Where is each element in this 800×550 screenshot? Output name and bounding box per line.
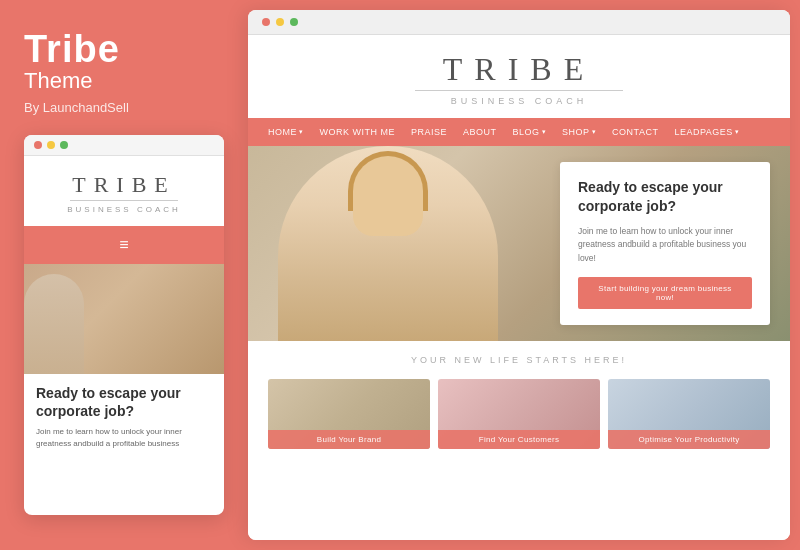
nav-item-contact[interactable]: CONTACT: [612, 127, 658, 137]
desktop-logo-area: TRIBE BUSINESS COACH: [248, 35, 790, 118]
desktop-dot-yellow: [276, 18, 284, 26]
mobile-preview: TRIBE BUSINESS COACH ≡ Ready to escape y…: [24, 135, 224, 515]
nav-item-about[interactable]: ABOUT: [463, 127, 497, 137]
feature-cards: Build Your Brand Find Your Customers Opt…: [268, 379, 770, 449]
feature-card-2[interactable]: Find Your Customers: [438, 379, 600, 449]
left-panel: Tribe Theme By LaunchandSell TRIBE BUSIN…: [0, 0, 248, 550]
card-label-3: Optimise Your Productivity: [608, 430, 770, 449]
dot-yellow: [47, 141, 55, 149]
right-panel: TRIBE BUSINESS COACH HOME ▾ WORK WITH ME…: [248, 10, 790, 540]
chevron-down-icon: ▾: [299, 128, 304, 136]
mobile-hero-image: [24, 264, 224, 374]
mobile-logo-line: [70, 200, 178, 201]
mobile-person-silhouette: [24, 274, 84, 374]
mobile-top-bar: [24, 135, 224, 156]
desktop-logo-line: [415, 90, 624, 91]
brand-author: By LaunchandSell: [24, 100, 224, 115]
brand-subtitle: Theme: [24, 68, 224, 94]
desktop-dot-green: [290, 18, 298, 26]
nav-item-blog[interactable]: BLOG ▾: [513, 127, 547, 137]
bottom-tagline: YOUR NEW LIFE STARTS HERE!: [268, 355, 770, 365]
hamburger-icon[interactable]: ≡: [119, 236, 128, 253]
desktop-logo-sub: BUSINESS COACH: [258, 96, 780, 106]
feature-card-1[interactable]: Build Your Brand: [268, 379, 430, 449]
nav-item-shop[interactable]: SHOP ▾: [562, 127, 596, 137]
chevron-down-icon: ▾: [542, 128, 547, 136]
mobile-nav-bar[interactable]: ≡: [24, 226, 224, 264]
mobile-logo-text: TRIBE: [72, 174, 176, 196]
desktop-nav: HOME ▾ WORK WITH ME PRAISE ABOUT BLOG ▾ …: [248, 118, 790, 146]
desktop-logo-text: TRIBE: [258, 53, 780, 85]
chevron-down-icon: ▾: [592, 128, 597, 136]
card-label-2: Find Your Customers: [438, 430, 600, 449]
desktop-hero: Ready to escape your corporate job? Join…: [248, 146, 790, 341]
hero-content-box: Ready to escape your corporate job? Join…: [560, 162, 770, 326]
card-label-1: Build Your Brand: [268, 430, 430, 449]
dot-red: [34, 141, 42, 149]
mobile-logo-area: TRIBE BUSINESS COACH: [24, 156, 224, 226]
chevron-down-icon: ▾: [735, 128, 740, 136]
hero-woman-head: [353, 156, 423, 236]
feature-card-3[interactable]: Optimise Your Productivity: [608, 379, 770, 449]
desktop-dot-red: [262, 18, 270, 26]
nav-item-home[interactable]: HOME ▾: [268, 127, 304, 137]
brand-title: Tribe: [24, 30, 224, 68]
desktop-top-bar: [248, 10, 790, 35]
nav-item-work[interactable]: WORK WITH ME: [320, 127, 396, 137]
mobile-logo-sub: BUSINESS COACH: [67, 205, 181, 214]
hero-woman-photo: [278, 146, 498, 341]
mobile-hero-content: Ready to escape your corporate job? Join…: [24, 374, 224, 460]
mobile-hero-text: Join me to learn how to unlock your inne…: [36, 426, 212, 450]
nav-item-praise[interactable]: PRAISE: [411, 127, 447, 137]
hero-text: Join me to learn how to unlock your inne…: [578, 225, 752, 266]
hero-cta-button[interactable]: Start building your dream business now!: [578, 277, 752, 309]
desktop-bottom-section: YOUR NEW LIFE STARTS HERE! Build Your Br…: [248, 341, 790, 540]
nav-item-leadpages[interactable]: LEADPAGES ▾: [674, 127, 739, 137]
dot-green: [60, 141, 68, 149]
hero-title: Ready to escape your corporate job?: [578, 178, 752, 217]
mobile-hero-title: Ready to escape your corporate job?: [36, 384, 212, 420]
left-brand: Tribe Theme By LaunchandSell: [24, 30, 224, 135]
